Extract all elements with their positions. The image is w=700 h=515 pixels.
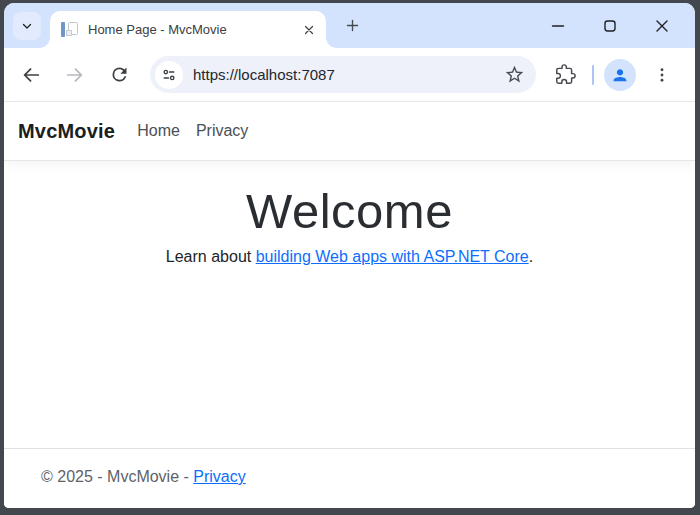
person-icon [610,65,630,85]
new-tab-button[interactable] [337,11,367,41]
tab-title: Home Page - MvcMovie [88,22,293,37]
arrow-right-icon [64,64,86,86]
reload-button[interactable] [102,58,136,92]
chevron-down-icon [20,19,34,33]
close-window-button[interactable] [636,9,688,43]
close-icon [655,19,669,33]
learn-about-line: Learn about building Web apps with ASP.N… [4,248,695,266]
browser-menu-button[interactable] [645,58,679,92]
bookmark-star-icon[interactable] [501,62,527,88]
forward-button[interactable] [58,58,92,92]
site-info-button[interactable] [155,61,183,89]
tab-strip: Home Page - MvcMovie [4,3,695,48]
brand-link[interactable]: MvcMovie [18,120,115,143]
nav-link-privacy[interactable]: Privacy [188,114,256,148]
copyright-text: © 2025 - MvcMovie - [41,468,193,485]
profile-button[interactable] [604,59,636,91]
minimize-icon [551,19,565,33]
site-navbar: MvcMovie Home Privacy [4,102,695,161]
puzzle-icon [555,64,576,85]
learn-prefix-text: Learn about [166,248,256,265]
learn-suffix-text: . [529,248,533,265]
plus-icon [345,18,360,33]
maximize-icon [603,19,617,33]
browser-toolbar [4,48,695,102]
site-footer: © 2025 - MvcMovie - Privacy [4,448,695,508]
page-title: Welcome [4,182,695,241]
maximize-button[interactable] [584,9,636,43]
address-bar[interactable] [150,56,536,93]
kebab-menu-icon [653,66,671,84]
footer-privacy-link[interactable]: Privacy [193,468,245,485]
extensions-button[interactable] [548,58,582,92]
tab-search-button[interactable] [13,12,41,40]
web-page: MvcMovie Home Privacy Welcome Learn abou… [4,102,695,508]
toolbar-separator [592,65,594,85]
page-favicon-icon [61,21,79,39]
aspnet-core-link[interactable]: building Web apps with ASP.NET Core [256,248,529,265]
browser-window: Home Page - MvcMovie [4,3,695,508]
nav-links: Home Privacy [129,114,256,148]
arrow-left-icon [20,64,42,86]
reload-icon [109,64,130,85]
window-controls [532,9,688,43]
tab-close-icon[interactable] [299,20,319,40]
nav-link-home[interactable]: Home [129,114,188,148]
tune-icon [161,67,177,83]
url-input[interactable] [193,66,501,83]
minimize-button[interactable] [532,9,584,43]
browser-tab-home-page[interactable]: Home Page - MvcMovie [50,11,326,48]
back-button[interactable] [14,58,48,92]
main-content: Welcome Learn about building Web apps wi… [4,161,695,448]
